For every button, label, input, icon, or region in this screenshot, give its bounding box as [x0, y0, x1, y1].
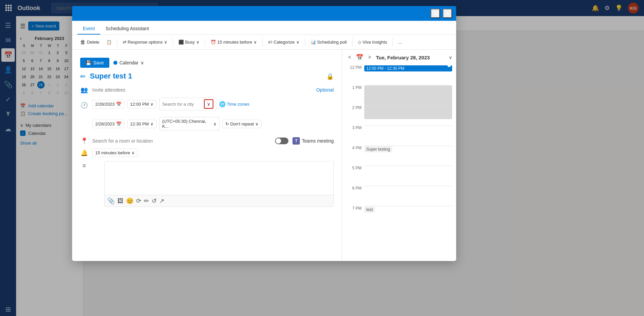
cal-panel-next-button[interactable]: >: [366, 54, 373, 61]
chevron-down-icon: ∨: [164, 40, 167, 45]
loop2-icon[interactable]: ↺: [152, 197, 157, 205]
clock-icon: 🕐: [80, 102, 88, 109]
test-event[interactable]: test: [364, 207, 375, 213]
pen-icon[interactable]: ✏: [144, 197, 149, 205]
reminder-dropdown[interactable]: 15 minutes before ∨: [92, 149, 138, 157]
timeline-row-6pm: 6 PM: [346, 186, 452, 206]
modal-close-button[interactable]: ✕: [443, 9, 452, 18]
time-label-4pm: 4 PM: [346, 146, 364, 150]
chevron-down-icon: ∨: [254, 40, 257, 45]
city-dropdown-button[interactable]: ∨: [204, 99, 213, 109]
modal-content: 💾 Save Calendar ∨ ✏ 🔒: [72, 50, 456, 261]
export-icon[interactable]: ↗: [159, 197, 164, 205]
cal-panel-dropdown-icon[interactable]: ∨: [449, 55, 452, 60]
lock-icon: 🔒: [326, 73, 334, 80]
location-row: 📍 T Teams meeting: [80, 137, 334, 145]
city-search-input[interactable]: [162, 102, 203, 107]
delete-icon: 🗑: [80, 39, 86, 45]
start-date-field[interactable]: 2/28/2023 📅: [92, 100, 124, 108]
end-date-field[interactable]: 2/28/2023 📅: [92, 120, 124, 128]
cal-panel-header: < 📅 > Tue, February 28, 2023 ∨: [346, 54, 452, 61]
teams-toggle[interactable]: [275, 138, 288, 144]
toolbar-sep-1: [117, 38, 117, 46]
viva-icon: ◇: [358, 40, 361, 45]
timeline-row-7pm: 7 PM test: [346, 206, 452, 226]
tab-scheduling-assistant[interactable]: Scheduling Assistant: [100, 23, 154, 35]
today-icon[interactable]: 📅: [356, 54, 363, 61]
timezone-field[interactable]: (UTC+05:30) Chennai, K... ∨: [159, 117, 220, 130]
timeline-row-1pm: 1 PM: [346, 85, 452, 105]
copy-button[interactable]: 📋: [104, 38, 114, 46]
calendar-icon-2: 📅: [116, 121, 121, 126]
globe-icon: 🌐: [219, 101, 226, 107]
time-label-2pm: 2 PM: [346, 105, 364, 110]
calendar-icon: 📅: [116, 102, 121, 107]
save-button[interactable]: 💾 Save: [80, 58, 109, 68]
toolbar-sep-2: [173, 38, 173, 46]
calendar-panel: < 📅 > Tue, February 28, 2023 ∨ 12 PM: [342, 50, 456, 261]
event-title-input[interactable]: [90, 72, 322, 81]
calendar-dot: [113, 61, 117, 65]
end-datetime-row: 🕐 2/28/2023 📅 12:30 PM ∨ (UTC+05:30) Che…: [80, 117, 334, 133]
body-editor-row: ≡ 📎 🖼 😊 ⟳ ✏ ↺ ↗: [80, 161, 334, 211]
location-input[interactable]: [92, 138, 271, 144]
emoji-icon[interactable]: 😊: [126, 197, 133, 205]
timezone-link[interactable]: 🌐 Time zones: [219, 101, 250, 107]
alarm-icon: ⏰: [211, 40, 216, 45]
chevron-down-icon-4: ∨: [255, 121, 259, 126]
chevron-down-icon: ∨: [296, 40, 300, 45]
more-options-button[interactable]: ...: [395, 38, 405, 46]
chevron-down-icon-5: ∨: [131, 150, 135, 155]
city-search-field: ∨: [159, 98, 216, 110]
chevron-down-icon: ∨: [141, 60, 144, 65]
attach-icon[interactable]: 📎: [107, 197, 115, 205]
event-block-main[interactable]: 12:00 PM - 12:30 PM: [364, 65, 452, 71]
reminder-button[interactable]: ⏰ 15 minutes before ∨: [208, 38, 260, 46]
teams-icon: T: [292, 137, 300, 145]
calendar-selector[interactable]: Calendar ∨: [113, 60, 144, 65]
optional-link[interactable]: Optional: [316, 87, 334, 93]
chevron-down-icon: ∨: [196, 40, 200, 45]
timeline: 12 PM 12:00 PM - 12:30 PM 1 PM: [346, 65, 452, 226]
response-options-button[interactable]: ⇄ Response options ∨: [120, 38, 170, 46]
attendees-input[interactable]: [92, 87, 316, 93]
body-editor[interactable]: [105, 161, 333, 195]
modal-tabs: Event Scheduling Assistant: [72, 21, 456, 35]
timeline-slot-5pm: [364, 166, 452, 186]
toolbar-sep-4: [262, 38, 263, 46]
timeline-slot-2pm: [364, 105, 452, 125]
cal-panel-prev-button[interactable]: <: [346, 54, 353, 61]
timeline-slot-6pm: [364, 186, 452, 206]
ellipsis-icon: ...: [398, 40, 402, 45]
delete-button[interactable]: 🗑 Delete: [77, 38, 102, 47]
image-icon[interactable]: 🖼: [117, 198, 123, 205]
scheduling-poll-button[interactable]: 📊 Scheduling poll: [308, 38, 350, 46]
time-label-6pm: 6 PM: [346, 186, 364, 191]
viva-insights-button[interactable]: ◇ Viva Insights: [355, 38, 390, 46]
timeline-row-2pm: 2 PM: [346, 105, 452, 125]
bell-icon: 🔔: [80, 149, 88, 157]
timeline-slot-3pm: [364, 125, 452, 146]
timeline-row-5pm: 5 PM: [346, 166, 452, 186]
time-label-1pm: 1 PM: [346, 85, 364, 90]
teams-meeting-button[interactable]: T Teams meeting: [292, 137, 334, 145]
start-time-field[interactable]: 12:00 PM ∨: [127, 100, 157, 108]
tab-event[interactable]: Event: [77, 23, 100, 35]
chevron-down-icon-2: ∨: [150, 121, 154, 126]
toolbar-sep-6: [352, 38, 353, 46]
modal-toolbar: 🗑 Delete 📋 ⇄ Response options ∨ ⬛ Busy ∨…: [72, 35, 456, 50]
super-testing-event[interactable]: Super testing: [364, 146, 392, 152]
busy-status-button[interactable]: ⬛ Busy ∨: [176, 38, 202, 46]
event-dot: [447, 64, 451, 67]
time-label-7pm: 7 PM: [346, 206, 364, 211]
event-modal: ⧉ ✕ Event Scheduling Assistant 🗑 Delete …: [72, 6, 456, 261]
event-form: 💾 Save Calendar ∨ ✏ 🔒: [72, 50, 342, 261]
repeat-field[interactable]: ↻ Don't repeat ∨: [222, 120, 262, 128]
toolbar-sep-7: [392, 38, 393, 46]
modal-restore-button[interactable]: ⧉: [431, 9, 440, 18]
save-row: 💾 Save Calendar ∨: [80, 55, 334, 68]
categorize-button[interactable]: 🏷 Categorize ∨: [265, 38, 302, 46]
end-time-field[interactable]: 12:30 PM ∨: [127, 120, 157, 128]
busy-icon: ⬛: [178, 40, 184, 45]
loop-icon[interactable]: ⟳: [136, 197, 141, 205]
